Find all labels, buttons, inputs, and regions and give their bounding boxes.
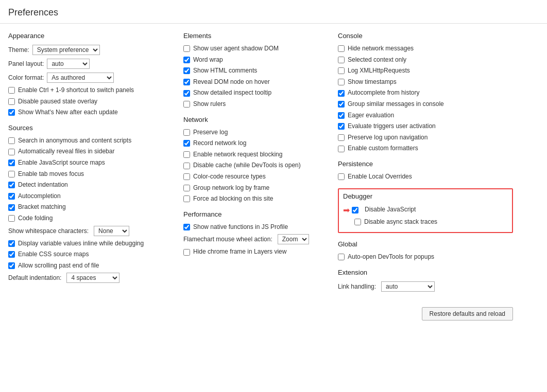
extension-section-title: Extension <box>338 269 513 276</box>
autocomplete-checkbox[interactable] <box>338 90 345 97</box>
domhover-checkbox[interactable] <box>183 79 190 85</box>
csssource-checkbox[interactable] <box>8 251 15 258</box>
whatsnew-checkbox[interactable] <box>8 109 15 116</box>
appearance-checkbox-paused: Disable paused state overlay <box>8 98 173 106</box>
scrollpast-label[interactable]: Allow scrolling past end of file <box>18 262 99 270</box>
shadowdom-checkbox[interactable] <box>183 45 190 52</box>
localoverrides-label[interactable]: Enable Local Overrides <box>348 173 412 181</box>
codefolding-label[interactable]: Code folding <box>18 215 53 223</box>
customformat-label[interactable]: Enable custom formatters <box>348 145 418 153</box>
triggers-checkbox[interactable] <box>338 123 345 130</box>
eagerevaluation-label[interactable]: Eager evaluation <box>348 112 394 120</box>
csssource-label[interactable]: Enable CSS source maps <box>18 251 89 259</box>
timestamps-label[interactable]: Show timestamps <box>348 78 397 86</box>
recordnet-checkbox[interactable] <box>183 140 190 147</box>
logxml-checkbox[interactable] <box>338 67 345 74</box>
codefolding-checkbox[interactable] <box>8 215 15 222</box>
triggers-label[interactable]: Evaluate triggers user activation <box>348 122 436 131</box>
groupnetwork-label[interactable]: Group network log by frame <box>193 184 269 192</box>
htmlcomments-checkbox[interactable] <box>183 67 190 74</box>
detectindent-label[interactable]: Detect indentation <box>18 181 68 189</box>
disablecache-label[interactable]: Disable cache (while DevTools is open) <box>193 162 301 170</box>
color-format-select[interactable]: As authored HEX RGB HSL <box>47 73 114 83</box>
rulers-label[interactable]: Show rulers <box>193 100 226 109</box>
disableasync-checkbox[interactable] <box>354 219 361 225</box>
link-handling-select[interactable]: auto frontmost focused window name <box>381 281 435 292</box>
disablejs-label[interactable]: Disable JavaScript <box>365 206 416 214</box>
indent-select[interactable]: 2 spaces 4 spaces 8 spaces Tab character <box>66 273 119 283</box>
autocomplete-label[interactable]: Autocomplete from history <box>348 89 419 97</box>
wordwrap-checkbox[interactable] <box>183 57 190 63</box>
autoopen-label[interactable]: Auto-open DevTools for popups <box>348 253 434 261</box>
colorcoderesource-label[interactable]: Color-code resource types <box>193 173 266 181</box>
timestamps-checkbox[interactable] <box>338 79 345 85</box>
enableblocking-label[interactable]: Enable network request blocking <box>193 151 282 159</box>
groupsimilar-label[interactable]: Group similar messages in console <box>348 100 444 109</box>
selectedctx-label[interactable]: Selected context only <box>348 56 406 64</box>
whatsnew-label[interactable]: Show What's New after each update <box>18 109 118 117</box>
anon-checkbox[interactable] <box>8 137 15 144</box>
reveal-checkbox[interactable] <box>8 149 15 155</box>
hidenetmsg-checkbox[interactable] <box>338 45 345 52</box>
htmlcomments-label[interactable]: Show HTML comments <box>193 67 257 75</box>
domhover-label[interactable]: Reveal DOM node on hover <box>193 78 270 86</box>
preservelogNav-label[interactable]: Preserve log upon navigation <box>348 134 428 142</box>
jssourcemaps-checkbox[interactable] <box>8 159 15 166</box>
ctrl19-checkbox[interactable] <box>8 87 15 94</box>
varinline-checkbox[interactable] <box>8 240 15 247</box>
detectindent-checkbox[interactable] <box>8 182 15 188</box>
color-format-label: Color format: <box>8 74 44 81</box>
pausedstate-checkbox[interactable] <box>8 98 15 105</box>
eagerevaluation-checkbox[interactable] <box>338 112 345 119</box>
colorcoderesource-checkbox[interactable] <box>183 173 190 180</box>
scrollpast-checkbox[interactable] <box>8 262 15 269</box>
flamechart-select[interactable]: Zoom Scroll <box>278 234 309 244</box>
restore-button[interactable]: Restore defaults and reload <box>422 307 513 320</box>
preservelogNav-checkbox[interactable] <box>338 134 345 141</box>
localoverrides-checkbox[interactable] <box>338 173 345 180</box>
chromefram-label[interactable]: Hide chrome frame in Layers view <box>193 248 286 256</box>
logxml-label[interactable]: Log XMLHttpRequests <box>348 67 410 75</box>
autoopen-checkbox[interactable] <box>338 254 345 260</box>
inspecttooltip-label[interactable]: Show detailed inspect tooltip <box>193 89 271 97</box>
flamechart-label: Flamechart mouse wheel action: <box>183 236 272 243</box>
selectedctx-checkbox[interactable] <box>338 57 345 63</box>
groupnetwork-checkbox[interactable] <box>183 185 190 191</box>
rulers-checkbox[interactable] <box>183 101 190 108</box>
tabfocus-checkbox[interactable] <box>8 171 15 177</box>
bracketmatch-label[interactable]: Bracket matching <box>18 203 66 211</box>
shadowdom-label[interactable]: Show user agent shadow DOM <box>193 45 279 53</box>
bracketmatch-checkbox[interactable] <box>8 204 15 211</box>
jssourcemaps-label[interactable]: Enable JavaScript source maps <box>18 159 105 167</box>
adblocking-checkbox[interactable] <box>183 195 190 202</box>
preservelog-checkbox[interactable] <box>183 129 190 136</box>
disableasync-label[interactable]: Disable async stack traces <box>364 218 437 226</box>
autocompletion-checkbox[interactable] <box>8 193 15 200</box>
pausedstate-label[interactable]: Disable paused state overlay <box>18 98 97 106</box>
nativefunctions-label[interactable]: Show native functions in JS Profile <box>193 223 288 231</box>
wordwrap-label[interactable]: Word wrap <box>193 56 223 64</box>
adblocking-label[interactable]: Force ad blocking on this site <box>193 195 273 203</box>
disablecache-checkbox[interactable] <box>183 163 190 169</box>
preservelog-label[interactable]: Preserve log <box>193 129 228 137</box>
inspecttooltip-checkbox[interactable] <box>183 90 190 97</box>
reveal-label[interactable]: Automatically reveal files in sidebar <box>18 148 114 156</box>
disablejs-checkbox[interactable] <box>352 207 358 213</box>
panel-layout-select[interactable]: auto horizontal vertical <box>47 59 90 69</box>
global-section-title: Global <box>338 240 513 248</box>
whitespace-select[interactable]: None All Trailing <box>94 226 129 236</box>
enableblocking-checkbox[interactable] <box>183 151 190 158</box>
chromefram-checkbox[interactable] <box>183 249 190 256</box>
ctrl19-label[interactable]: Enable Ctrl + 1-9 shortcut to switch pan… <box>18 86 134 95</box>
tabfocus-label[interactable]: Enable tab moves focus <box>18 170 84 179</box>
anon-label[interactable]: Search in anonymous and content scripts <box>18 137 131 145</box>
recordnet-label[interactable]: Record network log <box>193 139 246 148</box>
customformat-checkbox[interactable] <box>338 146 345 152</box>
autocompletion-label[interactable]: Autocompletion <box>18 192 61 201</box>
theme-select[interactable]: System preference Light Dark <box>32 45 100 55</box>
nativefunctions-checkbox[interactable] <box>183 224 190 230</box>
groupsimilar-checkbox[interactable] <box>338 101 345 108</box>
hidenetmsg-label[interactable]: Hide network messages <box>348 45 414 53</box>
varinline-label[interactable]: Display variable values inline while deb… <box>18 240 144 248</box>
debugger-box: Debugger ➡ Disable JavaScript Disable as… <box>338 188 513 234</box>
